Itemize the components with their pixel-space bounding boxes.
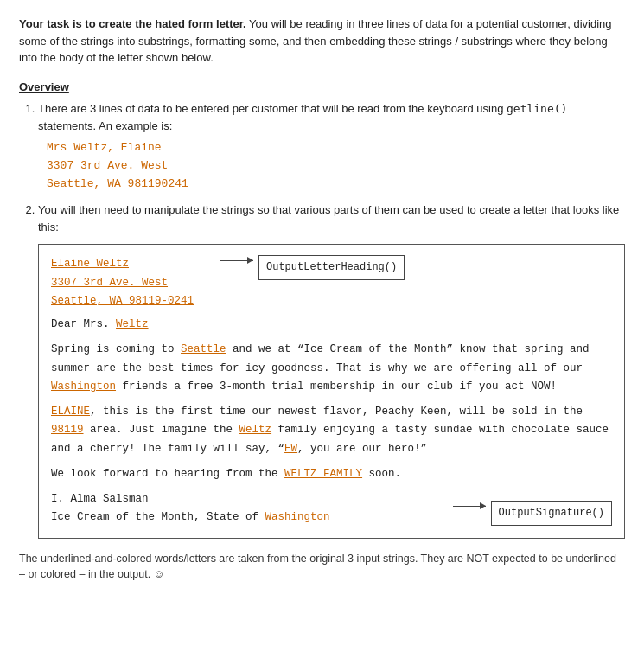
para1-text: Spring is coming to xyxy=(51,343,181,355)
overview-heading: Overview xyxy=(19,79,625,96)
para2-name: ELAINE xyxy=(51,406,90,418)
para3b: soon. xyxy=(362,468,401,480)
sig-arrow-connector xyxy=(453,506,486,507)
heading-line3: Seattle, WA 98119-0241 xyxy=(51,292,215,310)
heading-line2: 3307 3rd Ave. West xyxy=(51,274,215,292)
item1-text2: statements. An example is: xyxy=(38,119,172,132)
para2: ELAINE, this is the first time our newes… xyxy=(51,403,612,458)
arrow-line xyxy=(220,260,253,261)
signature-area: I. Alma Salsman Ice Cream of the Month, … xyxy=(51,490,612,527)
letter-box: Elaine Weltz 3307 3rd Ave. West Seattle,… xyxy=(38,244,625,538)
para2c: area. Just imagine the xyxy=(84,424,239,436)
para3-text: We look forward to hearing from the xyxy=(51,468,284,480)
letter-heading-area: Elaine Weltz 3307 3rd Ave. West Seattle,… xyxy=(51,255,612,310)
family-name: Weltz xyxy=(239,424,272,436)
item1-text: There are 3 lines of data to be entered … xyxy=(38,102,507,115)
heading-line1: Elaine Weltz xyxy=(51,255,215,273)
city: Seattle xyxy=(181,343,226,355)
output-letter-heading-func: OutputLetterHeading() xyxy=(258,255,405,279)
code-example: Mrs Weltz, Elaine 3307 3rd Ave. West Sea… xyxy=(47,139,625,193)
family-upper: WELTZ FAMILY xyxy=(284,468,362,480)
overview-list: There are 3 lines of data to be entered … xyxy=(38,100,625,539)
dear-dot: . xyxy=(103,318,110,330)
initials: EW xyxy=(284,443,297,455)
para1c: friends a free 3-month trial membership … xyxy=(116,380,557,393)
state: Washington xyxy=(51,380,116,393)
intro-section: Your task is to create the hated form le… xyxy=(19,16,625,67)
footer-note: The underlined-and-colored words/letters… xyxy=(19,551,625,584)
dear-text: Dear Mrs xyxy=(51,318,103,330)
dear-line: Dear Mrs. Weltz xyxy=(51,316,612,334)
signature-text: I. Alma Salsman Ice Cream of the Month, … xyxy=(51,490,448,527)
para3: We look forward to hearing from the WELT… xyxy=(51,465,612,483)
para2b: , this is the first time our newest flav… xyxy=(90,406,583,418)
overview-section: Overview There are 3 lines of data to be… xyxy=(19,79,625,539)
overview-item-1: There are 3 lines of data to be entered … xyxy=(38,100,625,193)
output-signature-func: OutputSignature() xyxy=(491,501,612,525)
sig-state: Washington xyxy=(265,511,330,523)
overview-item-2: You will then need to manipulate the str… xyxy=(38,201,625,538)
item1-code: getline() xyxy=(507,102,567,115)
dear-name: Weltz xyxy=(116,318,149,330)
para1: Spring is coming to Seattle and we at “I… xyxy=(51,341,612,396)
sig-arrow-line xyxy=(453,506,486,507)
sig-line2-text: Ice Cream of the Month, State of xyxy=(51,511,265,523)
heading-arrow xyxy=(220,260,253,261)
letter-heading-text: Elaine Weltz 3307 3rd Ave. West Seattle,… xyxy=(51,255,215,310)
example-line3: Seattle, WA 981190241 xyxy=(47,176,625,194)
zip: 98119 xyxy=(51,424,84,436)
example-line2: 3307 3rd Ave. West xyxy=(47,157,625,176)
intro-paragraph: Your task is to create the hated form le… xyxy=(19,16,625,67)
example-line1: Mrs Weltz, Elaine xyxy=(47,139,625,157)
sig-line1: I. Alma Salsman xyxy=(51,490,448,508)
item2-text: You will then need to manipulate the str… xyxy=(38,203,619,233)
sig-line2: Ice Cream of the Month, State of Washing… xyxy=(51,508,448,527)
para2e: , you are our hero!” xyxy=(297,443,427,455)
intro-bold-text: Your task is to create the hated form le… xyxy=(19,17,246,30)
letter-body: Dear Mrs. Weltz Spring is coming to Seat… xyxy=(51,316,612,527)
